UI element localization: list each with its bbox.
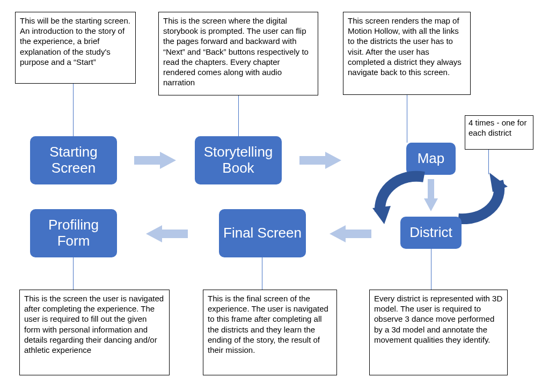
arrow-down-icon — [424, 179, 438, 211]
node-label: Final Screen — [223, 225, 302, 241]
connector-line — [73, 84, 74, 136]
connector-line — [238, 95, 239, 136]
node-profiling-form: Profiling Form — [30, 209, 117, 257]
node-final-screen: Final Screen — [219, 209, 306, 257]
loop-arrow-right-icon — [449, 171, 508, 224]
desc-map: This screen renders the map of Motion Ho… — [343, 12, 471, 95]
connector-line — [262, 257, 262, 290]
svg-marker-4 — [424, 179, 438, 211]
node-label: Profiling Form — [32, 217, 115, 249]
node-label: Map — [418, 151, 445, 167]
node-storytelling-book: Storytelling Book — [195, 136, 282, 184]
desc-profiling-form: This is the screen the user is navigated… — [19, 290, 170, 375]
svg-marker-3 — [489, 173, 508, 192]
connector-line — [73, 257, 74, 290]
desc-starting-screen: This will be the starting screen. An int… — [15, 12, 136, 84]
node-map: Map — [406, 143, 456, 175]
svg-marker-6 — [330, 225, 371, 242]
node-label: Storytelling Book — [197, 144, 280, 176]
loop-note: 4 times - one for each district — [465, 115, 533, 150]
svg-marker-5 — [146, 225, 188, 242]
node-label: Starting Screen — [32, 144, 115, 176]
desc-district: Every district is represented with 3D mo… — [369, 290, 508, 375]
svg-marker-2 — [372, 206, 391, 224]
svg-marker-1 — [299, 152, 341, 169]
connector-line — [431, 249, 431, 290]
svg-marker-0 — [134, 152, 176, 169]
connector-line — [407, 95, 407, 143]
arrow-right-icon — [299, 151, 341, 170]
node-district: District — [400, 217, 462, 249]
desc-final-screen: This is the final screen of the experien… — [203, 290, 337, 375]
arrow-left-icon — [146, 224, 188, 243]
arrow-left-icon — [330, 224, 371, 243]
node-starting-screen: Starting Screen — [30, 136, 117, 184]
loop-arrow-left-icon — [372, 171, 431, 224]
desc-storytelling-book: This is the screen where the digital sto… — [158, 12, 318, 95]
node-label: District — [409, 225, 452, 241]
arrow-right-icon — [134, 151, 176, 170]
